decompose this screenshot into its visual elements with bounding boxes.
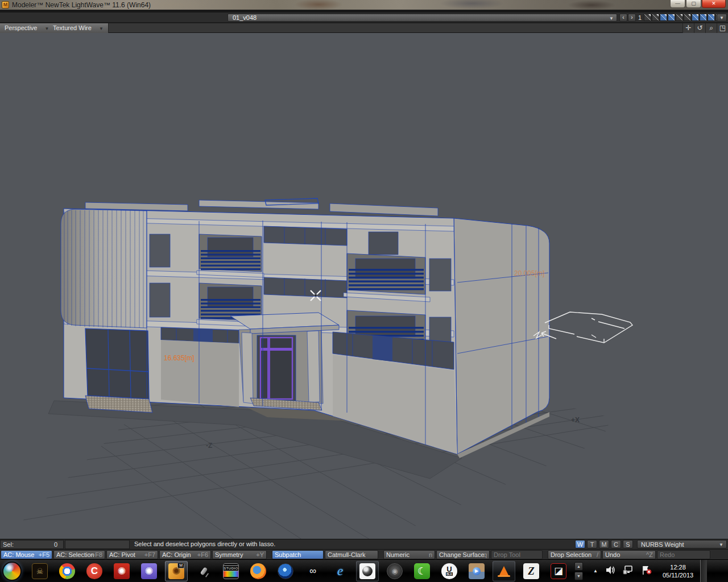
ac-origin-button[interactable]: AC: Origin +F6 [159, 550, 211, 559]
start-button[interactable] [2, 562, 22, 581]
zoom-view-icon[interactable]: ⌕ [705, 23, 717, 33]
maximize-view-icon[interactable]: ◳ [717, 23, 728, 33]
render-mode-label: Textured Wire [53, 24, 92, 31]
drop-selection-button[interactable]: Drop Selection / [548, 550, 601, 559]
layer-button-9[interactable] [708, 14, 715, 21]
scroll-down-button[interactable]: ▼ [574, 572, 583, 580]
axis-x-label: +X [571, 416, 580, 424]
maximize-button[interactable]: ▢ [686, 0, 701, 8]
layer-button-8[interactable] [700, 14, 707, 21]
status-bar: Sel: 0 Select and deselect polygons dire… [0, 539, 728, 549]
undo-button[interactable]: Undo ^Z [602, 550, 656, 559]
layer-button-3[interactable] [660, 14, 667, 21]
minimize-button[interactable]: — [670, 0, 685, 8]
rotate-view-icon[interactable]: ↺ [694, 23, 705, 33]
layer-bank-dropdown[interactable]: ▼ [717, 14, 727, 22]
layer-button-4[interactable] [668, 14, 675, 21]
taskbar-cube-tool-icon[interactable]: ◪ [547, 561, 570, 581]
object-name: 01_v048 [233, 14, 257, 21]
modeler-window: M Modeler™ NewTek LightWave™ 11.6 (Win64… [0, 0, 728, 582]
mode-texture-button[interactable]: T [587, 540, 597, 548]
windows-taskbar: ☠ C ✺ ✺ ✺ M STUDIO ∞ e ◉ [0, 559, 728, 582]
taskbar-zbrush-icon[interactable]: Z [520, 561, 543, 581]
subpatch-button[interactable]: Subpatch [272, 550, 324, 559]
mode-color-button[interactable]: C [611, 540, 621, 548]
pan-view-icon[interactable]: ✛ [682, 23, 694, 33]
show-hidden-icons-button[interactable]: ▲ [593, 568, 598, 573]
axis-z-label: -Z [206, 442, 212, 450]
weight-mode-buttons: W T M C S [575, 540, 635, 548]
mode-morph-button[interactable]: M [599, 540, 609, 548]
network-icon[interactable] [623, 566, 634, 577]
taskbar-clock[interactable]: 12:28 05/11/2013 [663, 563, 693, 579]
show-desktop-button[interactable] [700, 560, 707, 582]
view-mode-label: Perspective [5, 24, 37, 31]
catmull-clark-button[interactable]: Catmull-Clark [325, 550, 378, 559]
taskbar-lightwave-red-icon[interactable]: ✺ [110, 561, 133, 581]
scroll-up-button[interactable]: ▲ [574, 562, 583, 571]
speaker-icon[interactable] [606, 566, 616, 577]
ac-pivot-button[interactable]: AC: Pivot +F7 [106, 550, 158, 559]
taskbar-vlc-icon[interactable] [493, 561, 515, 581]
clock-time: 12:28 [663, 563, 693, 571]
layer-bank [644, 14, 723, 21]
taskbar-studio-icon[interactable]: STUDIO [220, 561, 242, 581]
taskbar-chrome-icon[interactable] [56, 561, 78, 581]
layer-bank-number: 1 [638, 14, 642, 21]
layer-button-1[interactable] [644, 14, 651, 21]
taskbar-media-player-icon[interactable]: ▶ [465, 561, 488, 581]
chevron-down-icon: ▼ [99, 26, 104, 31]
close-button[interactable]: ✕ [702, 0, 726, 8]
taskbar-modeler-icon[interactable]: ✺ M [165, 561, 188, 581]
clock-date: 05/11/2013 [663, 571, 693, 579]
layer-button-7[interactable] [692, 14, 699, 21]
taskbar-firefox-icon[interactable] [247, 561, 270, 581]
prev-object-button[interactable]: ‹ [619, 14, 627, 22]
layer-button-5[interactable] [676, 14, 683, 21]
selection-count-box: Sel: 0 [0, 540, 64, 549]
layer-button-2[interactable] [652, 14, 659, 21]
action-center-flag-icon[interactable] [641, 566, 652, 577]
perspective-viewport[interactable]: 16.635[m] 20.005[m] +X -Z [0, 33, 728, 539]
chevron-down-icon: ▼ [719, 541, 723, 549]
taskbar-internet-explorer-icon[interactable]: e [329, 561, 351, 581]
selection-count: 0 [54, 541, 57, 548]
measurement-width-label: 16.635[m] [164, 354, 194, 362]
render-mode-dropdown[interactable]: Textured Wire ▼ [48, 23, 109, 33]
viewport-canvas: 16.635[m] 20.005[m] +X -Z [0, 33, 728, 539]
drop-tool-button[interactable]: Drop Tool [491, 550, 543, 559]
object-selector-dropdown[interactable]: 01_v048 ▼ [228, 14, 617, 22]
taskbar-microphone-icon[interactable] [192, 561, 215, 581]
mode-selection-button[interactable]: S [623, 540, 633, 548]
taskbar-media-lens-icon[interactable] [274, 561, 297, 581]
taskbar-u-player-icon[interactable]: U BLE [438, 561, 461, 581]
numeric-button[interactable]: Numeric n [383, 550, 435, 559]
taskbar-emblem-icon[interactable]: ◉ [383, 561, 406, 581]
title-bar[interactable]: M Modeler™ NewTek LightWave™ 11.6 (Win64… [0, 0, 728, 10]
vertex-map-dropdown[interactable]: NURBS Weight ▼ [637, 540, 727, 548]
taskbar-signature-swirl-icon[interactable]: ∞ [301, 561, 324, 581]
taskbar-lightwave-purple-icon[interactable]: ✺ [138, 561, 160, 581]
change-surface-button[interactable]: Change Surface q [436, 550, 490, 559]
system-tray: ▲ [589, 566, 656, 577]
window-title: Modeler™ NewTek LightWave™ 11.6 (Win64) [12, 1, 151, 9]
vertex-map-label: NURBS Weight [641, 541, 684, 548]
next-object-button[interactable]: › [628, 14, 636, 22]
quick-access-toolbar: AC: Mouse +F5 AC: Selection +F8 AC: Pivo… [0, 549, 728, 559]
app-icon: M [2, 1, 9, 9]
viewport-control-bar: Perspective ▼ Textured Wire ▼ ✛ ↺ ⌕ ◳ [0, 23, 728, 33]
ac-mouse-button[interactable]: AC: Mouse +F5 [1, 550, 52, 559]
taskbar-sphere-icon[interactable] [356, 561, 379, 581]
building-model [48, 198, 549, 479]
measurement-depth-label: 20.005[m] [514, 269, 544, 277]
selection-label: Sel: [3, 541, 14, 548]
ac-selection-button[interactable]: AC: Selection +F8 [53, 550, 105, 559]
taskbar-ccleaner-icon[interactable]: C [83, 561, 106, 581]
redo-button[interactable]: Redo [657, 550, 710, 559]
layer-button-6[interactable] [684, 14, 691, 21]
view-mode-dropdown[interactable]: Perspective ▼ [0, 23, 54, 33]
taskbar-bittorrent-icon[interactable]: ☾ [411, 561, 433, 581]
mode-weight-button[interactable]: W [575, 540, 585, 548]
taskbar-game-icon[interactable]: ☠ [28, 561, 51, 581]
symmetry-button[interactable]: Symmetry +Y [212, 550, 267, 559]
